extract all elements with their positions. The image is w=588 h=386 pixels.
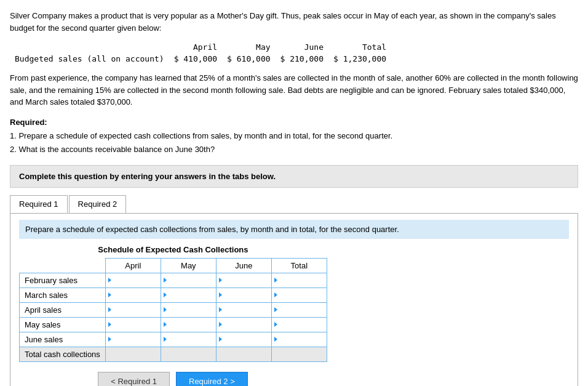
bottom-nav: < Required 1 Required 2 > xyxy=(19,372,327,386)
from-past-paragraph: From past experience, the company has le… xyxy=(10,72,578,108)
feb-april-input[interactable] xyxy=(105,273,161,287)
required-item2: 2. What is the accounts receivable balan… xyxy=(10,145,215,154)
jun-may-input[interactable] xyxy=(161,332,216,347)
apr-june-input[interactable] xyxy=(216,302,271,317)
june-value: $ 210,000 xyxy=(276,53,328,65)
required-section: Required: 1. Prepare a schedule of expec… xyxy=(10,116,578,156)
may-total-input[interactable] xyxy=(271,317,327,332)
apr-total-input[interactable] xyxy=(271,302,327,317)
jun-june-input[interactable] xyxy=(216,332,271,347)
budgeted-sales-label: Budgeted sales (all on account) xyxy=(10,53,169,65)
table-row: May sales xyxy=(20,317,327,332)
mar-june-input[interactable] xyxy=(216,287,271,302)
col-june-header: June xyxy=(276,41,328,53)
march-sales-label: March sales xyxy=(20,287,106,302)
apr-may-input[interactable] xyxy=(161,302,216,317)
required-item1: 1. Prepare a schedule of expected cash c… xyxy=(10,131,392,140)
required-title: Required: xyxy=(10,118,47,127)
apr-april-input[interactable] xyxy=(105,302,161,317)
mar-april-input[interactable] xyxy=(105,287,161,302)
may-june-input[interactable] xyxy=(216,317,271,332)
prev-button[interactable]: < Required 1 xyxy=(98,372,170,386)
april-value: $ 410,000 xyxy=(169,53,222,65)
tab-required1[interactable]: Required 1 xyxy=(10,195,68,213)
schedule-may-header: May xyxy=(161,258,216,273)
schedule-title: Schedule of Expected Cash Collections xyxy=(19,245,327,254)
tab-required2[interactable]: Required 2 xyxy=(69,195,127,213)
may-sales-label: May sales xyxy=(20,317,106,332)
total-june-input[interactable] xyxy=(216,347,271,361)
february-sales-label: February sales xyxy=(20,273,106,287)
may-value: $ 610,000 xyxy=(222,53,275,65)
feb-june-input[interactable] xyxy=(216,273,271,287)
next-button[interactable]: Required 2 > xyxy=(176,372,248,386)
table-row: February sales xyxy=(20,273,327,287)
table-row-total: Total cash collections xyxy=(20,347,327,361)
feb-total-input[interactable] xyxy=(271,273,327,287)
feb-may-input[interactable] xyxy=(161,273,216,287)
schedule-total-header: Total xyxy=(271,258,327,273)
table-row: June sales xyxy=(20,332,327,347)
tab-content: Prepare a schedule of expected cash coll… xyxy=(10,214,578,386)
june-sales-label: June sales xyxy=(20,332,106,347)
jun-april-input[interactable] xyxy=(105,332,161,347)
col-may-header: May xyxy=(222,41,275,53)
total-april-input[interactable] xyxy=(105,347,161,361)
empty-header xyxy=(20,258,106,273)
complete-box: Complete this question by entering your … xyxy=(10,165,578,188)
schedule-june-header: June xyxy=(216,258,271,273)
intro-paragraph: Silver Company makes a product that is v… xyxy=(10,10,578,34)
table-row: April sales xyxy=(20,302,327,317)
mar-total-input[interactable] xyxy=(271,287,327,302)
tab-instruction: Prepare a schedule of expected cash coll… xyxy=(19,220,569,239)
sales-budget-table: April May June Total Budgeted sales (all… xyxy=(10,41,391,65)
schedule-april-header: April xyxy=(105,258,161,273)
total-cash-label: Total cash collections xyxy=(20,347,106,361)
mar-may-input[interactable] xyxy=(161,287,216,302)
total-total-input[interactable] xyxy=(271,347,327,361)
jun-total-input[interactable] xyxy=(271,332,327,347)
total-may-input[interactable] xyxy=(161,347,216,361)
tabs-row: Required 1 Required 2 xyxy=(10,195,578,214)
may-may-input[interactable] xyxy=(161,317,216,332)
schedule-table: April May June Total February sales Marc… xyxy=(19,258,327,362)
col-april-header: April xyxy=(169,41,222,53)
may-april-input[interactable] xyxy=(105,317,161,332)
schedule-container: Schedule of Expected Cash Collections Ap… xyxy=(19,245,327,362)
april-sales-label: April sales xyxy=(20,302,106,317)
table-row: March sales xyxy=(20,287,327,302)
col-total-header: Total xyxy=(328,41,391,53)
total-value: $ 1,230,000 xyxy=(328,53,391,65)
